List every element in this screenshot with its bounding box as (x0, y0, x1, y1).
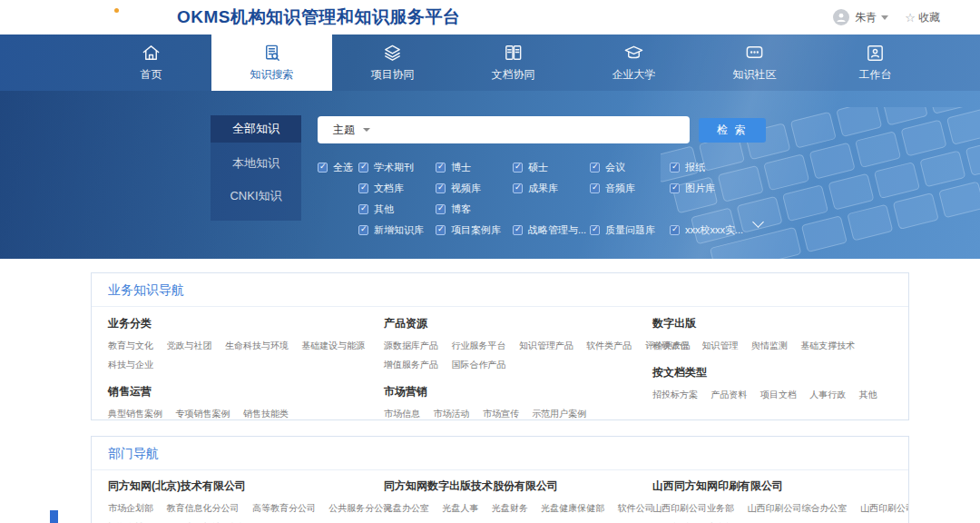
okms-portal-page: OKMS机构知识管理和知识服务平台 朱青 ☆ 收藏 (0, 0, 980, 523)
nav-tab-doc-collab[interactable]: 文档协同 (453, 35, 573, 91)
link-item[interactable]: 专项销售案例 (175, 409, 230, 419)
checkbox-icon (436, 225, 446, 235)
search-input[interactable] (388, 116, 682, 143)
filter-item[interactable]: 其他 (358, 202, 436, 216)
link-item[interactable]: 市场活动 (433, 409, 469, 419)
link-item[interactable]: 招投标方案 (652, 390, 698, 400)
search-button[interactable]: 检 索 (699, 118, 766, 143)
checkbox-icon (670, 163, 680, 173)
link-item[interactable]: 山西印刷公司销售部 (860, 503, 909, 513)
link-item[interactable]: 示范用户案例 (532, 409, 586, 419)
nav-label: 项目协同 (371, 67, 415, 83)
filter-item[interactable]: 图片库 (670, 182, 715, 195)
nav-label: 工作台 (859, 67, 892, 83)
filter-item[interactable]: 文档库 (358, 182, 436, 195)
filter-item[interactable]: 战略管理与... (513, 223, 590, 237)
home-icon (141, 43, 162, 64)
company-title[interactable]: 同方知网数字出版技术股份有限公司 (384, 479, 649, 494)
link-item[interactable]: 党政与社团 (166, 340, 211, 350)
link-item[interactable]: 人事行政 (809, 390, 846, 400)
nav-tab-workbench[interactable]: 工作台 (815, 35, 936, 91)
favorite-label: 收藏 (918, 10, 940, 25)
scope-tab-local-knowledge[interactable]: 本地知识 (211, 147, 301, 180)
link-item[interactable]: 知识管理 (701, 340, 738, 350)
link-item[interactable]: 销售技能类 (243, 409, 289, 419)
nav-tab-project-collab[interactable]: 项目协同 (332, 35, 453, 91)
filter-item[interactable]: 学术期刊 (358, 161, 436, 174)
filter-label: 博士 (451, 161, 471, 174)
page-title: OKMS机构知识管理和知识服务平台 (177, 5, 461, 29)
scope-tab-all-knowledge[interactable]: 全部知识 (211, 115, 301, 143)
nav-label: 知识搜索 (250, 67, 294, 83)
scope-tab-cnki-knowledge[interactable]: CNKI知识 (211, 180, 301, 212)
link-item[interactable]: 软件公司 (618, 503, 654, 513)
link-item[interactable]: 项目文档 (760, 390, 797, 400)
link-item[interactable]: 光盘办公室 (384, 503, 429, 513)
link-item[interactable]: 源数据库产品 (384, 340, 438, 350)
filter-item[interactable]: 新增知识库 (358, 223, 436, 237)
filter-label: 硕士 (528, 161, 548, 174)
filter-item[interactable]: 报纸 (670, 161, 705, 174)
link-item[interactable]: 行业服务平台 (451, 340, 505, 350)
filter-label: 项目案例库 (451, 223, 501, 237)
checkbox-icon (670, 225, 680, 235)
link-item[interactable]: 典型销售案例 (108, 409, 162, 419)
link-item[interactable]: 产品资料 (710, 390, 747, 400)
filter-item[interactable]: 博客 (436, 202, 471, 216)
link-item[interactable]: 知识管理产品 (519, 340, 573, 350)
nav-tab-home[interactable]: 首页 (91, 35, 211, 91)
filter-item[interactable]: 硕士 (513, 161, 590, 174)
filter-label: 会议 (605, 161, 625, 174)
link-item[interactable]: 高等教育分公司 (252, 503, 316, 513)
nav-tab-knowledge-search[interactable]: 知识搜索 (211, 35, 332, 91)
field-selector[interactable]: 主题 (333, 116, 370, 143)
link-item[interactable]: 光盘财务 (492, 503, 528, 513)
filter-item[interactable]: 博士 (436, 161, 513, 174)
card-title: 业务知识导航 (92, 273, 908, 307)
filter-item[interactable]: 项目案例库 (436, 223, 513, 237)
link-item[interactable]: 科研诚信 (652, 340, 689, 350)
link-item[interactable]: 市场信息 (384, 409, 420, 419)
favorite-button[interactable]: ☆ 收藏 (905, 10, 940, 25)
chevron-down-icon (881, 15, 888, 20)
checkbox-icon (358, 225, 368, 235)
link-item[interactable]: 增值服务产品 (384, 360, 438, 370)
corner-accent (50, 510, 58, 523)
link-item[interactable]: 光盘健康保健部 (541, 503, 604, 513)
checkbox-icon (670, 183, 680, 193)
link-item[interactable]: 公共服务分公司 (328, 503, 392, 513)
link-item[interactable]: 舆情监测 (751, 340, 788, 350)
expand-filters-button[interactable] (748, 218, 768, 232)
link-item[interactable]: 科技与企业 (108, 360, 153, 370)
company-title[interactable]: 同方知网(北京)技术有限公司 (108, 479, 380, 494)
filter-item[interactable]: 质量问题库 (590, 223, 670, 237)
filter-item[interactable]: 成果库 (513, 182, 590, 195)
filter-item[interactable]: 全选 (318, 161, 358, 174)
link-item[interactable]: 生命科技与环境 (225, 340, 289, 350)
nav-tab-enterprise-university[interactable]: 企业大学 (573, 35, 694, 91)
link-item[interactable]: 教育与文化 (108, 340, 153, 350)
link-item[interactable]: 山西印刷公司业务部 (652, 503, 734, 513)
filter-item[interactable]: 会议 (590, 161, 670, 174)
company-title[interactable]: 山西同方知网印刷有限公司 (652, 479, 908, 494)
link-item[interactable]: 基础建设与能源 (301, 340, 365, 350)
link-item[interactable]: 山西印刷公司综合办公室 (747, 503, 847, 513)
user-menu[interactable]: 朱青 (855, 10, 877, 25)
filter-item[interactable]: 音频库 (590, 182, 670, 195)
filter-item[interactable]: xxx校xxx实... (670, 223, 743, 237)
link-item[interactable]: 市场宣传 (483, 409, 519, 419)
link-item[interactable]: 软件类产品 (586, 340, 632, 350)
link-item[interactable]: 国际合作产品 (451, 360, 505, 370)
checkbox-icon (358, 163, 368, 173)
link-item[interactable]: 基础支撑技术 (800, 340, 855, 350)
link-item[interactable]: 市场企划部 (108, 503, 153, 513)
link-item[interactable]: 光盘人事 (442, 503, 478, 513)
nav-tab-knowledge-community[interactable]: 知识社区 (694, 35, 815, 91)
filter-item[interactable]: 视频库 (436, 182, 513, 195)
business-knowledge-card: 业务知识导航 业务分类 教育与文化 党政与社团 生命科技与环境 基础建设与能源 … (91, 272, 909, 420)
department-card: 部门导航 同方知网(北京)技术有限公司 市场企划部 教育信息化分公司 高等教育分… (91, 436, 909, 523)
chat-bubble-icon (744, 43, 765, 64)
link-item[interactable]: 其他 (859, 390, 877, 400)
avatar[interactable] (833, 9, 849, 25)
link-item[interactable]: 教育信息化分公司 (166, 503, 239, 513)
